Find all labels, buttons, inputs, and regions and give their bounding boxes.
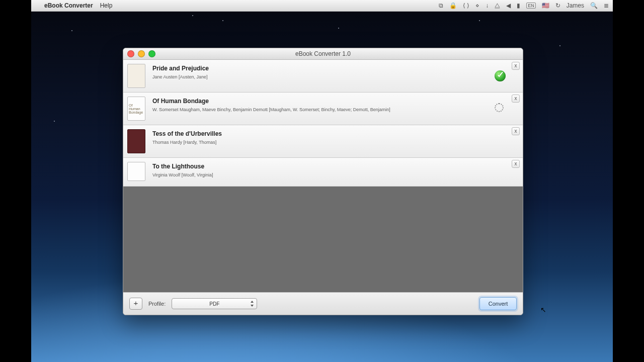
sync-icon[interactable]: ⟨ ⟩ [463, 2, 469, 9]
list-item[interactable]: Of Human Bondage Of Human Bondage W. Som… [123, 93, 523, 125]
volume-icon[interactable]: ◀︎ [506, 2, 511, 9]
app-window: eBook Converter 1.0 Pride and Prejudice … [123, 48, 523, 315]
download-icon[interactable]: ↓ [486, 2, 489, 9]
help-menu[interactable]: Help [100, 2, 113, 9]
book-thumbnail [127, 162, 145, 181]
empty-area [123, 187, 523, 292]
profile-value: PDF [209, 301, 219, 307]
spotlight-icon[interactable]: 🔍 [590, 2, 598, 9]
user-menu[interactable]: James [567, 2, 584, 9]
book-thumbnail [127, 129, 145, 153]
list-item[interactable]: Tess of the d'Urbervilles Thomas Hardy [… [123, 125, 523, 158]
book-title: To the Lighthouse [152, 163, 518, 170]
book-author: Thomas Hardy [Hardy, Thomas] [152, 140, 518, 145]
notification-center-icon[interactable]: ≣ [604, 2, 609, 9]
remove-item-button[interactable]: x [512, 127, 520, 135]
mouse-cursor-icon: ↖ [540, 306, 546, 314]
profile-select[interactable]: PDF [172, 298, 257, 309]
convert-button[interactable]: Convert [479, 297, 517, 310]
lock-icon[interactable]: 🔒 [449, 2, 457, 9]
desktop: eBook Converter Help ⧉ 🔒 ⟨ ⟩ ⋄ ↓ ⧋ ◀︎ ▮ … [31, 0, 613, 362]
dropbox-icon[interactable]: ⋄ [475, 2, 479, 9]
menubar: eBook Converter Help ⧉ 🔒 ⟨ ⟩ ⋄ ↓ ⧋ ◀︎ ▮ … [31, 0, 613, 12]
window-zoom-button[interactable] [148, 50, 155, 57]
book-title: Tess of the d'Urbervilles [152, 130, 518, 137]
bottom-toolbar: + Profile: PDF Convert [123, 292, 523, 315]
battery-icon[interactable]: ▮ [517, 2, 520, 9]
book-thumbnail [127, 64, 145, 88]
book-author: W. Somerset Maugham, Maeve Binchy, Benja… [152, 107, 518, 112]
remove-item-button[interactable]: x [512, 95, 520, 103]
remove-item-button[interactable]: x [512, 62, 520, 70]
book-author: Virginia Woolf [Woolf, Virginia] [152, 172, 518, 177]
language-indicator[interactable]: EN [526, 3, 536, 9]
time-machine-icon[interactable]: ↻ [555, 2, 560, 9]
profile-label: Profile: [148, 301, 166, 307]
status-working-icon [495, 103, 506, 114]
book-title: Of Human Bondage [152, 98, 518, 105]
wifi-icon[interactable]: ⧋ [495, 2, 500, 9]
list-item[interactable]: Pride and Prejudice Jane Austen [Austen,… [123, 60, 523, 93]
book-author: Jane Austen [Austen, Jane] [152, 74, 518, 79]
remove-item-button[interactable]: x [512, 160, 520, 168]
flag-icon[interactable]: 🇺🇸 [542, 2, 549, 9]
book-list: Pride and Prejudice Jane Austen [Austen,… [123, 60, 523, 187]
add-button[interactable]: + [129, 298, 142, 310]
window-titlebar[interactable]: eBook Converter 1.0 [123, 48, 523, 60]
book-thumbnail: Of Human Bondage [127, 97, 145, 121]
screen-share-icon[interactable]: ⧉ [439, 2, 443, 9]
status-done-icon [495, 70, 506, 81]
app-menu[interactable]: eBook Converter [44, 2, 93, 9]
window-minimize-button[interactable] [138, 50, 145, 57]
window-title: eBook Converter 1.0 [295, 50, 351, 57]
window-close-button[interactable] [127, 50, 134, 57]
list-item[interactable]: To the Lighthouse Virginia Woolf [Woolf,… [123, 158, 523, 187]
book-title: Pride and Prejudice [152, 65, 518, 72]
